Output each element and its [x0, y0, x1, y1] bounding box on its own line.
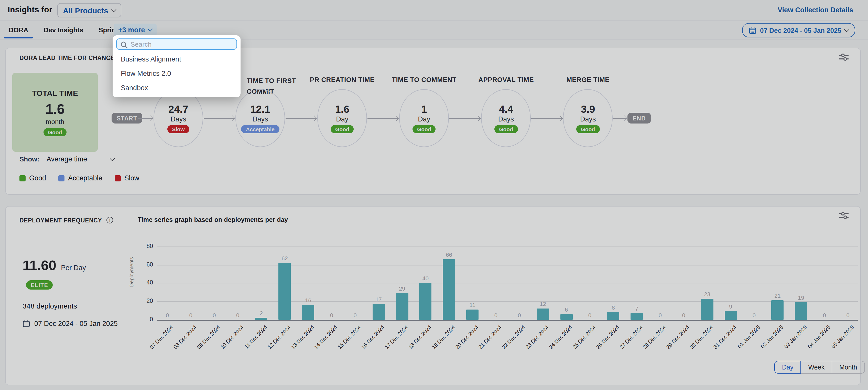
- dropdown-menu-items: Business AlignmentFlow Metrics 2.0Sandbo…: [113, 52, 241, 95]
- dropdown-search-box: [116, 38, 237, 50]
- menu-item-business-alignment[interactable]: Business Alignment: [113, 52, 241, 66]
- menu-item-sandbox[interactable]: Sandbox: [113, 80, 241, 95]
- insights-dropdown-menu: Business AlignmentFlow Metrics 2.0Sandbo…: [113, 35, 241, 98]
- app-root: Insights for All Products View Collectio…: [0, 0, 868, 390]
- search-input[interactable]: [117, 39, 237, 49]
- menu-item-flow-metrics-2-0[interactable]: Flow Metrics 2.0: [113, 66, 241, 80]
